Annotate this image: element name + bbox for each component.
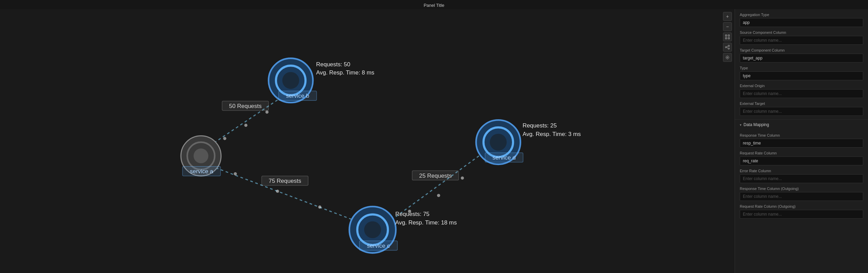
label-request-rate: Request Rate Column [740, 151, 863, 155]
svg-rect-3 [728, 38, 729, 39]
edge-dot [234, 172, 237, 175]
edge-dot [437, 194, 440, 197]
panel-title: Panel Title [0, 0, 868, 9]
field-type: Type type [740, 66, 863, 80]
field-response-time-outgoing: Response Time Column (Outgoing) [740, 187, 863, 201]
edge-dot [223, 137, 226, 140]
input-source-component[interactable] [740, 36, 863, 45]
section-data-mapping[interactable]: ▾ Data Mapping [735, 119, 868, 130]
svg-rect-0 [725, 35, 727, 36]
chevron-icon: ▾ [740, 123, 741, 127]
input-request-rate-outgoing[interactable] [740, 210, 863, 219]
label-a: service a [190, 168, 213, 175]
field-external-target: External Target [740, 101, 863, 116]
node-a-core [194, 149, 208, 163]
value-response-time: resp_time [740, 139, 863, 148]
svg-line-7 [727, 46, 728, 47]
label-external-origin: External Origin [740, 84, 863, 88]
field-external-origin: External Origin [740, 84, 863, 98]
graph-panel: + − [0, 9, 735, 273]
edge-dot [265, 110, 268, 113]
tooltip-b-line2: Avg. Resp. Time: 8 ms [316, 69, 374, 76]
svg-point-6 [728, 48, 729, 49]
main-layout: + − [0, 9, 868, 273]
layout-button[interactable] [723, 43, 732, 52]
edge-label-cd: 25 Requests [419, 173, 452, 179]
edge-dot [461, 176, 464, 179]
label-response-time-outgoing: Response Time Column (Outgoing) [740, 187, 863, 191]
tooltip-d-line1: Requests: 25 [523, 122, 557, 129]
label-target-component: Target Component Column [740, 48, 863, 52]
node-d-core [490, 134, 507, 150]
input-error-rate[interactable] [740, 174, 863, 183]
edge-label-ac: 75 Requests [268, 178, 301, 184]
field-request-rate-outgoing: Request Rate Column (Outgoing) [740, 204, 863, 219]
config-section-top: Aggregation Type app Source Component Co… [735, 9, 868, 116]
node-c-core [364, 221, 381, 238]
field-source-component: Source Component Column [740, 30, 863, 45]
edge-dot [276, 190, 279, 193]
tooltip-c-line2: Avg. Resp. Time: 18 ms [395, 219, 457, 226]
label-aggregation-type: Aggregation Type [740, 13, 863, 17]
zoom-in-button[interactable]: + [723, 12, 732, 21]
svg-rect-1 [728, 35, 729, 36]
label-request-rate-outgoing: Request Rate Column (Outgoing) [740, 204, 863, 208]
label-b: service b [286, 93, 309, 99]
edge-a-c [201, 162, 361, 223]
field-error-rate: Error Rate Column [740, 169, 863, 183]
label-d: service d [492, 154, 516, 161]
label-error-rate: Error Rate Column [740, 169, 863, 173]
label-external-target: External Target [740, 101, 863, 106]
value-target-component: target_app [740, 54, 863, 63]
svg-point-5 [728, 45, 729, 46]
value-request-rate: req_rate [740, 156, 863, 165]
svg-point-4 [725, 46, 727, 48]
settings-icon-btn[interactable] [723, 53, 732, 62]
field-aggregation-type: Aggregation Type app [740, 13, 863, 27]
tooltip-b-line1: Requests: 50 [316, 61, 350, 68]
input-external-target[interactable] [740, 107, 863, 116]
svg-line-8 [727, 47, 728, 49]
graph-toolbar: + − [723, 12, 732, 62]
service-graph[interactable]: service a service b service c service d … [0, 9, 735, 273]
field-request-rate: Request Rate Column req_rate [740, 151, 863, 165]
input-external-origin[interactable] [740, 89, 863, 98]
tooltip-c-line1: Requests: 75 [395, 211, 430, 217]
field-target-component: Target Component Column target_app [740, 48, 863, 63]
value-type: type [740, 71, 863, 80]
node-b-core [282, 72, 299, 89]
label-c: service c [367, 243, 390, 249]
value-aggregation-type: app [740, 18, 863, 27]
label-response-time: Response Time Column [740, 133, 863, 137]
edge-label-ab: 50 Requests [229, 103, 262, 109]
fit-screen-button[interactable] [723, 32, 732, 41]
zoom-out-button[interactable]: − [723, 22, 732, 31]
config-section-data-mapping: Response Time Column resp_time Request R… [735, 130, 868, 219]
edge-dot [318, 205, 321, 208]
label-source-component: Source Component Column [740, 30, 863, 35]
edge-dot [244, 124, 247, 127]
field-response-time: Response Time Column resp_time [740, 133, 863, 148]
svg-point-9 [727, 57, 728, 58]
tooltip-d-line2: Avg. Resp. Time: 3 ms [523, 131, 581, 137]
input-response-time-outgoing[interactable] [740, 192, 863, 201]
svg-rect-2 [725, 38, 727, 39]
label-type: Type [740, 66, 863, 70]
right-panel: Aggregation Type app Source Component Co… [735, 9, 868, 273]
section-data-mapping-label: Data Mapping [744, 122, 769, 127]
